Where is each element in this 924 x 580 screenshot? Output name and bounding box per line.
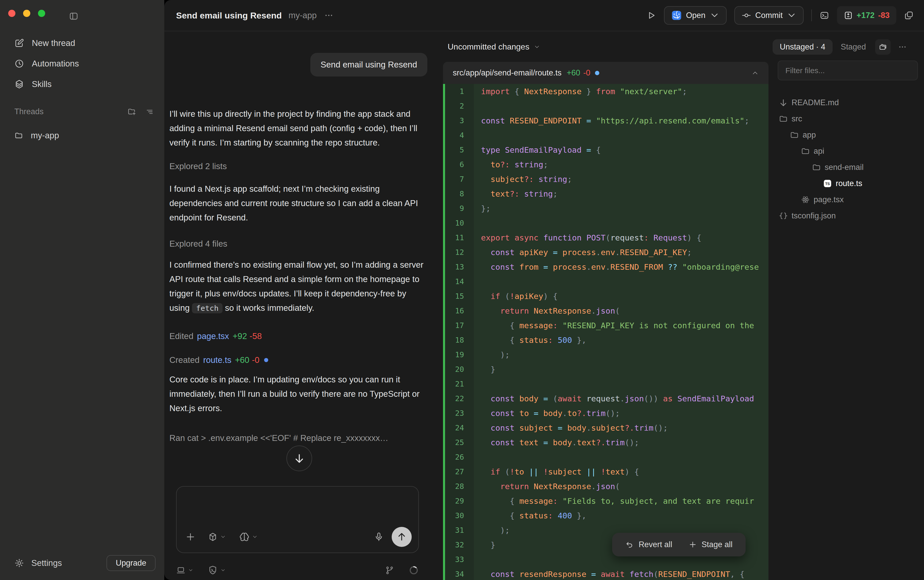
message-composer[interactable] [176, 486, 419, 553]
unsynced-dot [595, 71, 600, 75]
diff-file-path: src/app/api/send-email/route.ts [453, 68, 562, 77]
collapse-file-icon[interactable] [751, 69, 759, 76]
new-workspace-icon[interactable] [127, 107, 136, 116]
settings-button[interactable]: Settings [14, 558, 107, 568]
run-icon[interactable] [646, 10, 656, 21]
filter-threads-icon[interactable] [145, 107, 154, 116]
chevron-down-icon [221, 568, 226, 573]
file-change-link[interactable]: page.tsx [197, 329, 229, 343]
sidebar-nav: New threadAutomationsSkills [14, 33, 154, 94]
code-line: 3const RESEND_ENDPOINT = "https://api.re… [445, 113, 768, 128]
usage-ring-icon[interactable] [408, 565, 419, 575]
model-selector[interactable] [208, 532, 226, 542]
chevron-down-icon [252, 534, 258, 540]
line-number: 8 [445, 186, 474, 201]
code-text: return NextResponse.json( [474, 306, 620, 315]
send-button[interactable] [392, 527, 412, 547]
code-line: 10 [445, 216, 768, 230]
tree-item-app[interactable]: app [778, 127, 921, 143]
chat-panel: Send email using Resend I’ll wire this u… [164, 32, 441, 580]
tab-unstaged[interactable]: Unstaged · 4 [772, 39, 833, 55]
revert-all-label: Revert all [639, 540, 672, 549]
code-line: 34 const resendResponse = await fetch(RE… [445, 567, 768, 580]
upgrade-button[interactable]: Upgrade [107, 555, 156, 571]
tab-staged[interactable]: Staged [841, 42, 866, 51]
app-window: New threadAutomationsSkills Threads my-a… [0, 0, 924, 580]
edit-icon [14, 38, 24, 48]
git-panel-menu-icon[interactable] [898, 43, 906, 51]
chevron-down-icon [220, 534, 226, 540]
reasoning-selector[interactable] [239, 532, 258, 542]
line-number: 6 [445, 157, 474, 172]
microphone-icon[interactable] [374, 532, 384, 542]
code-line: 12 const apiKey = process.env.RESEND_API… [445, 245, 768, 259]
code-text: { status: 400 }, [474, 511, 586, 520]
file-change-removed: -58 [249, 329, 262, 343]
cube-icon [208, 532, 217, 542]
line-number: 12 [445, 245, 474, 259]
tree-item-tsconfig.json[interactable]: tsconfig.json [778, 208, 921, 224]
revert-all-button[interactable]: Revert all [625, 540, 672, 549]
code-line: 7 subject?: string; [445, 172, 768, 186]
tree-item-label: tsconfig.json [792, 211, 836, 221]
commit-label: Commit [755, 11, 783, 20]
code-text: subject?: string; [474, 175, 572, 184]
diff-icon [844, 11, 853, 20]
skills-icon [14, 79, 24, 89]
line-number: 25 [445, 435, 474, 450]
scroll-to-bottom-button[interactable] [287, 445, 312, 471]
tree-item-src[interactable]: src [778, 110, 921, 127]
assistant-paragraph: Core code is in place. I’m updating env/… [170, 372, 427, 415]
diff-stats-button[interactable]: +172 -83 [837, 6, 896, 25]
close-window-button[interactable] [8, 10, 15, 17]
code-text: } [474, 365, 495, 374]
open-button[interactable]: Open [664, 6, 726, 25]
line-number: 3 [445, 113, 474, 128]
git-branch-icon[interactable] [385, 566, 394, 575]
sidebar-item-skills[interactable]: Skills [14, 74, 154, 94]
thread-item-my-app[interactable]: my-app [14, 125, 154, 146]
split-view-icon[interactable] [904, 10, 914, 20]
code-line: 6 to?: string; [445, 157, 768, 172]
diff-header-dropdown[interactable]: Uncommitted changes [448, 32, 540, 62]
code-line: 17 { message: "RESEND_API_KEY is not con… [445, 318, 768, 333]
tree-item-api[interactable]: api [778, 143, 921, 159]
zoom-window-button[interactable] [38, 10, 45, 17]
sidebar-item-new-thread[interactable]: New thread [14, 33, 154, 53]
tree-item-README.md[interactable]: README.md [778, 94, 921, 110]
tree-item-send-email[interactable]: send-email [778, 159, 921, 175]
line-number: 15 [445, 289, 474, 303]
code-text: { message: "RESEND_API_KEY is not config… [474, 321, 754, 330]
attach-icon[interactable] [185, 532, 196, 542]
sidebar-toggle-icon[interactable] [69, 11, 79, 21]
code-text: return NextResponse.json( [474, 482, 620, 491]
environment-selector[interactable] [176, 566, 193, 575]
code-text: ); [474, 350, 510, 359]
tree-item-page.tsx[interactable]: page.tsx [778, 191, 921, 208]
thread-menu-icon[interactable] [324, 11, 333, 20]
file-change-link[interactable]: route.ts [203, 353, 231, 367]
code-text: import { NextResponse } from "next/serve… [474, 87, 687, 96]
stage-all-button[interactable]: Stage all [688, 540, 733, 549]
terminal-icon[interactable] [820, 10, 829, 20]
commit-button[interactable]: Commit [734, 6, 804, 25]
shield-terminal-icon [208, 565, 218, 575]
file-change-added: +92 [232, 329, 247, 343]
sidebar-item-automations[interactable]: Automations [14, 53, 154, 74]
code-text: const subject = body.subject?.trim(); [474, 423, 668, 432]
tree-item-route.ts[interactable]: TSroute.ts [778, 175, 921, 191]
code-text: text?: string; [474, 189, 558, 198]
code-text: const apiKey = process.env.RESEND_API_KE… [474, 248, 692, 257]
line-number: 1 [445, 84, 474, 99]
code-line: 19 ); [445, 347, 768, 362]
folders-icon[interactable] [875, 39, 891, 55]
arrow-up-icon [397, 532, 407, 542]
code-line: 30 { status: 400 }, [445, 508, 768, 523]
filter-files-input[interactable] [778, 61, 918, 80]
tree-item-label: route.ts [836, 179, 862, 188]
line-number: 20 [445, 362, 474, 376]
minimize-window-button[interactable] [23, 10, 30, 17]
diff-file-header[interactable]: src/app/api/send-email/route.ts +60 -0 [443, 62, 768, 84]
code-text: if (!apiKey) { [474, 292, 558, 301]
permissions-selector[interactable] [208, 565, 226, 575]
